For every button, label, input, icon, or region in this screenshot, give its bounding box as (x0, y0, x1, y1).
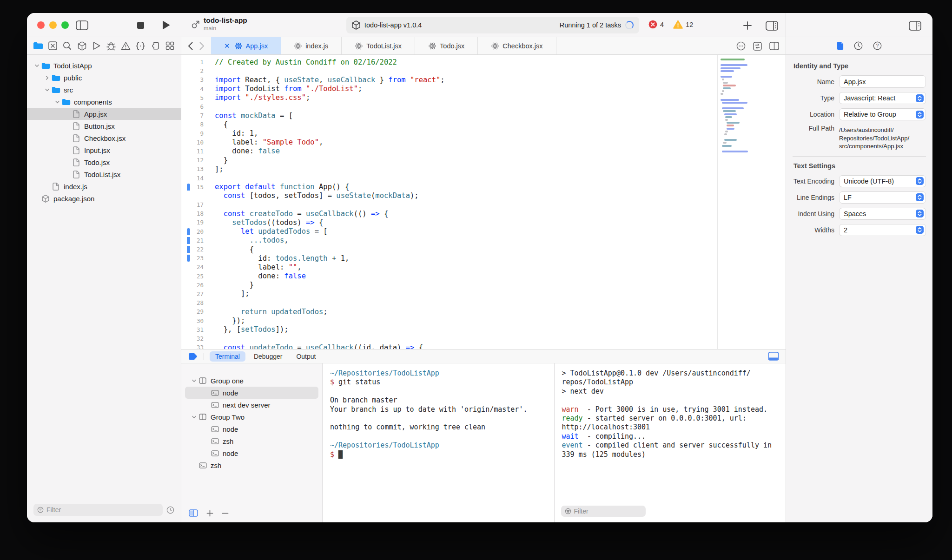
inspector-label: Name (793, 78, 839, 86)
file-tree-item-app-jsx[interactable]: App.jsx (27, 108, 181, 120)
project-title-group[interactable]: todo-list-app main (191, 16, 247, 32)
file-tree-item-todolistapp[interactable]: TodoListApp (27, 59, 181, 72)
chevron-down-icon[interactable] (33, 63, 41, 68)
inspector-dropdown[interactable]: Javascript: React (839, 92, 926, 104)
minimize-window-button[interactable] (49, 21, 57, 29)
help-inspector-icon[interactable]: ? (873, 41, 882, 50)
minimap[interactable] (717, 55, 786, 349)
panel-tab-terminal[interactable]: Terminal (210, 351, 245, 362)
file-tree-item-package-json[interactable]: package.json (27, 192, 181, 204)
stepper-icon[interactable] (916, 177, 924, 185)
inspector-dropdown[interactable]: LF (839, 191, 926, 204)
inspector-dropdown[interactable]: Unicode (UTF-8) (839, 175, 926, 187)
remove-terminal-icon[interactable] (222, 510, 229, 517)
editor-tab-app-jsx[interactable]: ✕App.jsx (211, 37, 281, 54)
back-icon[interactable] (188, 42, 193, 50)
extensions-navigator-icon[interactable] (150, 40, 161, 52)
editor-tab-todo-jsx[interactable]: Todo.jsx (415, 37, 478, 54)
grid-navigator-icon[interactable] (164, 40, 175, 52)
hide-panel-icon[interactable] (768, 352, 779, 361)
react-file-icon (355, 42, 363, 50)
navigator-filter-input[interactable]: Filter (33, 504, 163, 516)
toggle-right-sidebar-icon[interactable] (908, 20, 921, 31)
debug-navigator-icon[interactable] (106, 40, 117, 52)
history-inspector-icon[interactable] (854, 41, 863, 50)
package-navigator-icon[interactable] (76, 40, 87, 52)
tag-icon[interactable] (188, 353, 198, 360)
project-navigator-icon[interactable] (33, 40, 44, 52)
stepper-icon[interactable] (916, 210, 924, 217)
warning-badge[interactable]: 12 (673, 20, 693, 29)
terminal-item-group-two[interactable]: Group Two (185, 411, 318, 423)
terminal-filter-input[interactable]: Filter (561, 506, 646, 517)
zoom-window-button[interactable] (61, 21, 69, 29)
code-editor[interactable]: 1// Created by Austin Condiff on 02/16/2… (181, 55, 786, 349)
error-badge[interactable]: 4 (648, 20, 664, 29)
terminal-item-zsh[interactable]: zsh (185, 435, 318, 447)
file-tree-item-input-jsx[interactable]: Input.jsx (27, 144, 181, 156)
close-window-button[interactable] (37, 21, 45, 29)
inspector-text-field[interactable] (839, 75, 926, 88)
minimap-line (721, 76, 732, 78)
forward-icon[interactable] (199, 42, 205, 50)
inspector-dropdown[interactable]: Relative to Group (839, 108, 926, 120)
item-label: zsh (223, 437, 233, 445)
panel-tab-debugger[interactable]: Debugger (248, 351, 288, 362)
terminal-item-node[interactable]: node (185, 387, 318, 399)
status-bar[interactable]: todo-list-app v1.0.4 Running 1 of 2 task… (346, 17, 639, 33)
panel-tab-output[interactable]: Output (291, 351, 321, 362)
editor-tab-checkbox-jsx[interactable]: Checkbox.jsx (478, 37, 556, 54)
run-button[interactable] (161, 20, 171, 31)
project-name: todo-list-app (204, 16, 247, 25)
inspector-dropdown[interactable]: Spaces (839, 208, 926, 220)
source-control-navigator-icon[interactable] (47, 40, 58, 52)
stepper-icon[interactable] (916, 111, 924, 119)
file-tree-item-src[interactable]: src (27, 84, 181, 96)
file-tree-item-index-js[interactable]: index.js (27, 180, 181, 192)
chevron-down-icon[interactable] (53, 99, 61, 105)
recent-files-filter-icon[interactable] (166, 506, 174, 514)
editor-tab-todolist-jsx[interactable]: TodoList.jsx (342, 37, 415, 54)
file-inspector-icon[interactable] (837, 41, 844, 50)
more-options-icon[interactable] (736, 41, 746, 51)
terminal-item-zsh[interactable]: zsh (185, 459, 318, 471)
split-editor-icon[interactable] (769, 42, 779, 50)
inspector-section-title: Identity and Type (793, 62, 926, 70)
terminal-pane-right[interactable]: > TodoListApp@0.1.0 dev /Users/austincon… (554, 363, 786, 522)
editor-tab-index-js[interactable]: index.js (281, 37, 342, 54)
item-label: src (64, 86, 73, 94)
search-navigator-icon[interactable] (62, 40, 73, 52)
run-navigator-icon[interactable] (91, 40, 102, 52)
file-tree-item-components[interactable]: components (27, 96, 181, 108)
file-tree-item-checkbox-jsx[interactable]: Checkbox.jsx (27, 132, 181, 144)
stepper-icon[interactable] (916, 226, 924, 234)
close-tab-icon[interactable]: ✕ (224, 42, 230, 50)
inspector-dropdown[interactable]: 2 (839, 224, 926, 236)
file-tree-item-todolist-jsx[interactable]: TodoList.jsx (27, 168, 181, 180)
file-tree-item-todo-jsx[interactable]: Todo.jsx (27, 156, 181, 168)
file-tree-item-public[interactable]: public (27, 72, 181, 84)
terminal-item-group-one[interactable]: Group one (185, 375, 318, 387)
chevron-down-icon[interactable] (190, 415, 198, 420)
editor-tab-bar: ✕App.jsxindex.jsTodoList.jsxTodo.jsxChec… (181, 37, 786, 54)
symbols-navigator-icon[interactable] (135, 40, 146, 52)
chevron-right-icon[interactable] (43, 75, 51, 80)
add-editor-icon[interactable] (742, 20, 753, 31)
issue-navigator-icon[interactable] (120, 40, 132, 52)
stepper-icon[interactable] (916, 94, 924, 102)
minimap-line (723, 82, 728, 84)
chevron-down-icon[interactable] (43, 87, 51, 92)
stop-button[interactable] (136, 20, 145, 30)
terminal-item-next-dev-server[interactable]: next dev server (185, 399, 318, 411)
terminal-item-node[interactable]: node (185, 423, 318, 435)
terminal-pane-left[interactable]: ~/Repositories/TodoListApp$ git status O… (323, 363, 554, 522)
chevron-down-icon[interactable] (190, 378, 198, 383)
stepper-icon[interactable] (916, 193, 924, 201)
toggle-editor-layout-icon[interactable] (765, 20, 778, 31)
swap-editor-icon[interactable] (753, 42, 762, 51)
add-terminal-icon[interactable] (206, 510, 213, 517)
file-tree-item-button-jsx[interactable]: Button.jsx (27, 120, 181, 132)
toggle-left-sidebar-icon[interactable] (75, 20, 88, 31)
terminal-item-node[interactable]: node (185, 447, 318, 459)
split-terminal-icon[interactable] (189, 509, 198, 517)
